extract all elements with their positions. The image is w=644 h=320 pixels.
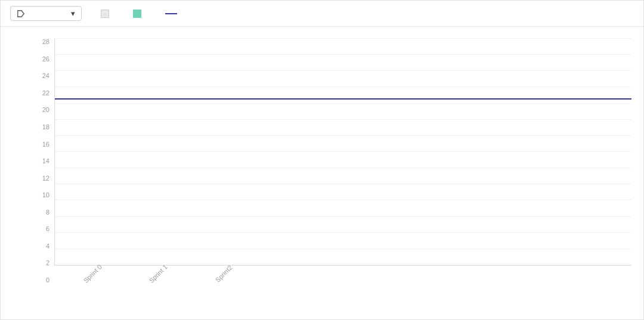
avg-line-icon xyxy=(165,13,177,14)
labels-dropdown[interactable]: ▾ xyxy=(10,6,82,21)
main-container: ▾ 0246810121416 xyxy=(0,0,644,320)
y-label: 16 xyxy=(30,141,54,148)
y-label: 14 xyxy=(30,158,54,164)
chevron-down-icon: ▾ xyxy=(71,9,75,18)
y-label: 10 xyxy=(30,192,54,198)
chart-area: 0246810121416182022242628 Sprint 0Sprint… xyxy=(1,27,643,319)
y-label: 4 xyxy=(30,243,54,250)
x-axis: Sprint 0Sprint 1Sprint2 xyxy=(54,266,631,284)
bars-container xyxy=(55,39,631,265)
label-icon xyxy=(17,10,25,18)
legend-bar: ▾ xyxy=(1,1,643,27)
chart-inner: 0246810121416182022242628 Sprint 0Sprint… xyxy=(30,39,631,284)
y-label: 6 xyxy=(30,226,54,232)
closed-color-box xyxy=(101,10,109,18)
legend-open xyxy=(133,10,146,18)
y-label: 28 xyxy=(30,39,54,45)
y-label: 26 xyxy=(30,56,54,63)
y-label: 24 xyxy=(30,73,54,79)
y-label: 18 xyxy=(30,124,54,131)
y-label: 0 xyxy=(30,277,54,284)
chart-plot xyxy=(54,39,631,266)
y-label: 2 xyxy=(30,260,54,266)
y-label: 8 xyxy=(30,209,54,216)
y-axis: 0246810121416182022242628 xyxy=(30,39,54,284)
y-label: 22 xyxy=(30,90,54,97)
y-label: 12 xyxy=(30,175,54,182)
legend-average xyxy=(165,13,182,14)
legend-closed xyxy=(101,10,114,18)
y-label: 20 xyxy=(30,107,54,113)
open-color-box xyxy=(133,10,141,18)
